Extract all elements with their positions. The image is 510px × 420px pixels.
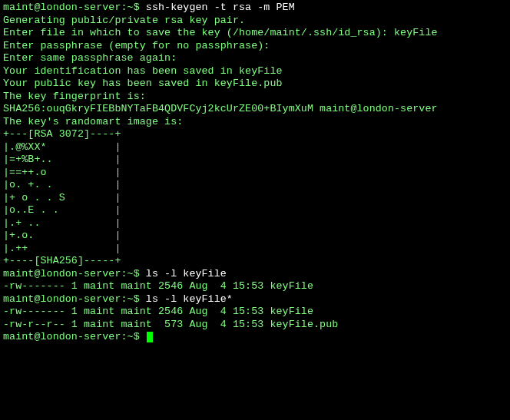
shell-output: Enter file in which to save the key (/ho… <box>3 27 438 38</box>
shell-output: Your identification has been saved in ke… <box>3 65 283 77</box>
shell-output: Your public key has been saved in keyFil… <box>3 78 283 89</box>
terminal-line: +---[RSA 3072]----+ <box>3 128 507 141</box>
terminal-line: -rw------- 1 maint maint 2546 Aug 4 15:5… <box>3 280 507 293</box>
terminal-line: |.@%XX* | <box>3 141 507 154</box>
terminal-line: Generating public/private rsa key pair. <box>3 15 507 28</box>
shell-output: SHA256:ouqGkryFIEBbNYTaFB4QDVFCyj2kcUrZE… <box>3 103 438 114</box>
shell-output: +----[SHA256]-----+ <box>3 255 121 266</box>
terminal-line: The key fingerprint is: <box>3 91 507 104</box>
terminal-line: |o..E . . | <box>3 204 507 217</box>
shell-output: Enter passphrase (empty for no passphras… <box>3 40 270 51</box>
terminal-line: The key's randomart image is: <box>3 116 507 129</box>
shell-output: -rw-r--r-- 1 maint maint 573 Aug 4 15:53… <box>3 319 338 330</box>
shell-prompt: maint@london-server:~$ <box>3 2 146 13</box>
shell-output: Enter same passphrase again: <box>3 52 177 64</box>
shell-output: |==++.o | <box>3 167 121 178</box>
shell-output: |.+ .. | <box>3 217 121 229</box>
terminal-line: |o. +. . | <box>3 179 507 192</box>
terminal-line: |+ o . . S | <box>3 192 507 205</box>
shell-output: +---[RSA 3072]----+ <box>3 128 121 140</box>
terminal[interactable]: maint@london-server:~$ ssh-keygen -t rsa… <box>0 0 510 346</box>
terminal-line: |+.o. | <box>3 230 507 243</box>
shell-prompt: maint@london-server:~$ <box>3 293 146 305</box>
shell-output: |+.o. | <box>3 230 121 241</box>
shell-output: Generating public/private rsa key pair. <box>3 15 245 26</box>
terminal-line: Your identification has been saved in ke… <box>3 65 507 78</box>
terminal-line: SHA256:ouqGkryFIEBbNYTaFB4QDVFCyj2kcUrZE… <box>3 103 507 116</box>
shell-output: |.++ | <box>3 243 121 254</box>
shell-output: |+ o . . S | <box>3 192 121 203</box>
terminal-line: maint@london-server:~$ ls -l keyFile* <box>3 293 507 306</box>
terminal-line: |.++ | <box>3 243 507 256</box>
shell-output: The key fingerprint is: <box>3 91 146 102</box>
shell-command: ls -l keyFile <box>146 268 227 279</box>
shell-output: |o. +. . | <box>3 179 121 190</box>
terminal-line: Enter same passphrase again: <box>3 52 507 65</box>
terminal-line: |=+%B+.. | <box>3 154 507 167</box>
terminal-line: maint@london-server:~$ ssh-keygen -t rsa… <box>3 2 507 15</box>
shell-output: The key's randomart image is: <box>3 116 183 127</box>
shell-output: |.@%XX* | <box>3 141 121 153</box>
shell-command: ls -l keyFile* <box>146 293 233 305</box>
shell-prompt: maint@london-server:~$ <box>3 331 146 342</box>
terminal-line: -rw-r--r-- 1 maint maint 573 Aug 4 15:53… <box>3 319 507 332</box>
cursor-icon <box>147 332 153 342</box>
terminal-line: Your public key has been saved in keyFil… <box>3 78 507 91</box>
terminal-line: maint@london-server:~$ <box>3 331 507 344</box>
shell-command: ssh-keygen -t rsa -m PEM <box>146 2 295 13</box>
terminal-line: -rw------- 1 maint maint 2546 Aug 4 15:5… <box>3 306 507 319</box>
shell-output: |o..E . . | <box>3 204 121 216</box>
shell-output: |=+%B+.. | <box>3 154 121 165</box>
terminal-line: +----[SHA256]-----+ <box>3 255 507 268</box>
terminal-line: |.+ .. | <box>3 217 507 230</box>
terminal-line: Enter passphrase (empty for no passphras… <box>3 40 507 53</box>
shell-output: -rw------- 1 maint maint 2546 Aug 4 15:5… <box>3 280 313 292</box>
shell-output: -rw------- 1 maint maint 2546 Aug 4 15:5… <box>3 306 313 317</box>
shell-prompt: maint@london-server:~$ <box>3 268 146 279</box>
terminal-line: |==++.o | <box>3 167 507 180</box>
terminal-line: maint@london-server:~$ ls -l keyFile <box>3 268 507 281</box>
terminal-line: Enter file in which to save the key (/ho… <box>3 27 507 40</box>
